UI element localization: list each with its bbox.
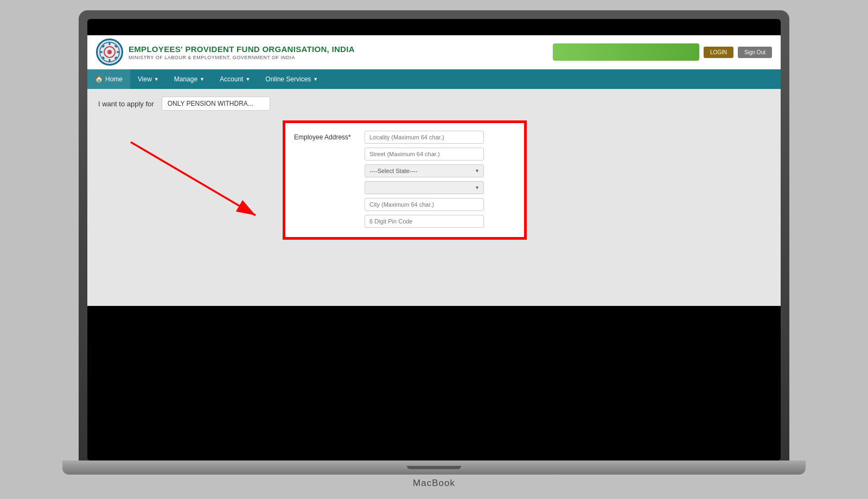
- login-button[interactable]: LOGIN: [704, 47, 733, 58]
- city-input[interactable]: [365, 198, 484, 211]
- svg-rect-4: [109, 59, 111, 62]
- ministry-name: MINISTRY OF LABOUR & EMPLOYMENT, GOVERNM…: [129, 55, 355, 60]
- state-select[interactable]: ----Select State----: [365, 164, 484, 177]
- street-input[interactable]: [365, 148, 484, 161]
- district-select[interactable]: [365, 181, 484, 194]
- annotation-arrow: [98, 120, 283, 240]
- nav-home-label: Home: [105, 75, 123, 83]
- nav-home[interactable]: 🏠 Home: [87, 69, 130, 89]
- nav-account[interactable]: Account ▼: [212, 69, 258, 89]
- chevron-down-icon-2: ▼: [200, 76, 205, 82]
- svg-rect-5: [100, 52, 103, 53]
- nav-online-services[interactable]: Online Services ▼: [258, 69, 326, 89]
- nav-manage[interactable]: Manage ▼: [167, 69, 212, 89]
- pin-input[interactable]: [365, 215, 484, 228]
- nav-manage-label: Manage: [174, 75, 197, 83]
- chevron-down-icon: ▼: [154, 76, 159, 82]
- svg-rect-6: [117, 52, 119, 53]
- navbar: 🏠 Home View ▼ Manage ▼ Account ▼: [87, 69, 781, 89]
- user-info-bar: [553, 43, 699, 61]
- arrow-area: [98, 120, 283, 240]
- employee-address-label: Employee Address*: [294, 131, 359, 141]
- nav-view-label: View: [138, 75, 152, 83]
- apply-select[interactable]: ONLY PENSION WITHDRA...: [162, 97, 270, 111]
- nav-account-label: Account: [220, 75, 243, 83]
- svg-rect-3: [109, 42, 111, 45]
- home-icon: 🏠: [95, 75, 103, 83]
- apply-label: I want to apply for: [98, 100, 154, 108]
- chevron-down-icon-4: ▼: [313, 76, 318, 82]
- svg-point-2: [107, 50, 112, 54]
- svg-line-12: [131, 142, 256, 215]
- chevron-down-icon-3: ▼: [245, 76, 250, 82]
- signout-button[interactable]: Sign Out: [738, 47, 772, 58]
- epfo-logo: [96, 39, 123, 66]
- locality-input[interactable]: [365, 131, 484, 144]
- org-name: EMPLOYEES' PROVIDENT FUND ORGANISATION, …: [129, 44, 355, 54]
- highlighted-form: Employee Address*: [283, 120, 527, 240]
- apply-row: I want to apply for ONLY PENSION WITHDRA…: [98, 94, 770, 113]
- nav-online-services-label: Online Services: [265, 75, 311, 83]
- epfo-header: EMPLOYEES' PROVIDENT FUND ORGANISATION, …: [87, 35, 781, 69]
- nav-view[interactable]: View ▼: [130, 69, 167, 89]
- macbook-label: MacBook: [413, 478, 455, 489]
- employee-address-row: Employee Address*: [294, 131, 515, 228]
